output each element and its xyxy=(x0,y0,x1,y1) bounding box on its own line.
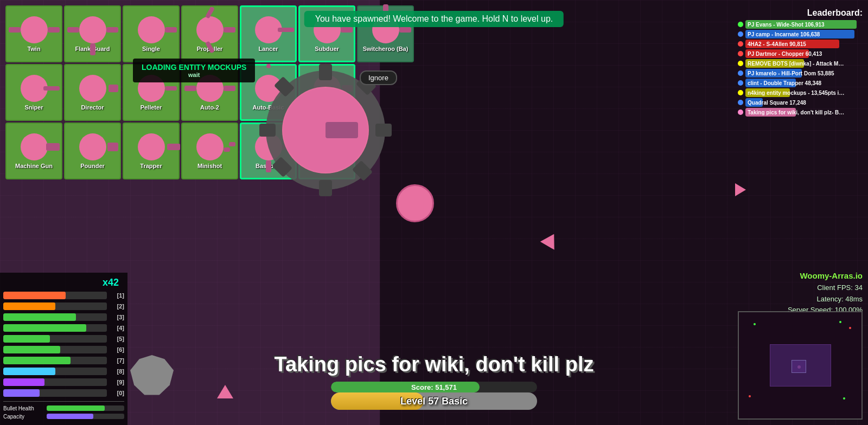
lb-bar-6: PJ kmarelo - Hill-Port Dom 53,885 xyxy=(745,69,863,78)
stat-key-4: [4] xyxy=(109,325,124,331)
arrow-right xyxy=(735,183,746,196)
stat-key-1: [1] xyxy=(109,292,124,299)
svg-rect-1 xyxy=(319,64,332,80)
stat-bar-shield-cap-bg: Shield Capacity xyxy=(3,389,107,397)
loading-text: LOADING ENTITY MOCKUPS xyxy=(142,63,246,72)
svg-rect-3 xyxy=(259,124,276,137)
lb-bar-1: PJ Evans - Wide-Shot 106,913 xyxy=(745,20,863,29)
svg-rect-4 xyxy=(375,124,392,137)
lb-entry-2: PJ camp - Incarnate 106,638 xyxy=(738,30,863,38)
minimap-inner xyxy=(739,312,861,418)
lb-text-1: PJ Evans - Wide-Shot 106,913 xyxy=(748,22,825,28)
stat-bar-shield-regen-bg: Shield Regeneration xyxy=(3,378,107,386)
stat-bar-bullet-damage-bg: Bullet Damage xyxy=(3,346,107,353)
minimap-dot-3 xyxy=(849,327,851,329)
lb-text-3: 4HA2 - S-4Allen 90,815 xyxy=(748,41,806,47)
score-bar-bg: Score: 51,571 xyxy=(331,382,537,392)
lb-text-5: REMOVE BOTS [diwnka] - Attack Mission 56… xyxy=(748,61,845,67)
upgrade-sniper[interactable]: Sniper xyxy=(5,64,62,121)
stat-key-2: [2] xyxy=(109,303,124,310)
score-bar-container: Score: 51,571 xyxy=(331,382,537,392)
perf-title: Woomy-Arras.io xyxy=(788,269,863,282)
float-ball xyxy=(396,184,434,222)
loading-overlay: LOADING ENTITY MOCKUPS wait xyxy=(133,59,255,82)
lb-bar-7: clint - Double Trapper 48,348 xyxy=(745,79,863,87)
upgrade-lancer-label: Lancer xyxy=(258,46,278,52)
stat-row-max-health: Max Health [2] xyxy=(3,301,124,311)
stat-row-bullet-health: Bullet Health [4] xyxy=(3,323,124,333)
stat-key-7: [7] xyxy=(109,357,124,364)
upgrade-trapper[interactable]: Trapper xyxy=(123,123,180,179)
upgrade-machine-gun[interactable]: Machine Gun xyxy=(5,123,62,179)
stat-row-shield-regen: Shield Regeneration [9] xyxy=(3,377,124,387)
lb-entry-1: PJ Evans - Wide-Shot 106,913 xyxy=(738,20,863,29)
bsb-bar-capacity-bg xyxy=(47,414,124,419)
upgrade-subduer-label: Subduer xyxy=(315,46,339,52)
center-message: Taking pics for wiki, don't kill plz xyxy=(275,353,594,376)
bsb-row-capacity: Capacity xyxy=(3,413,124,420)
minimap xyxy=(738,311,863,420)
stat-row-reload: Reload [7] xyxy=(3,356,124,365)
lb-dot-1 xyxy=(738,22,743,27)
upgrade-pounder-label: Pounder xyxy=(80,163,105,169)
upgrade-twin[interactable]: Twin xyxy=(5,5,62,62)
stat-bar-reload-fill xyxy=(3,357,71,364)
spawn-message: You have spawned! Welcome to the game. H… xyxy=(304,11,564,27)
upgrade-propeller[interactable]: Propeller xyxy=(181,5,238,62)
lb-bar-10: Taking pics for wiki, don't kill plz- Ba… xyxy=(745,108,863,117)
upgrade-sniper-label: Sniper xyxy=(24,104,43,111)
lb-text-6: PJ kmarelo - Hill-Port Dom 53,885 xyxy=(748,70,834,76)
lb-entry-10: Taking pics for wiki, don't kill plz- Ba… xyxy=(738,108,863,117)
lb-entry-8: n4king entity mockups - 13,545pts in 31,… xyxy=(738,88,863,97)
perf-latency: Latency: 48ms xyxy=(788,294,863,305)
stat-row-body-damage: Body Damage [1] xyxy=(3,291,124,300)
upgrade-machine-gun-label: Machine Gun xyxy=(15,163,53,169)
lb-entry-3: 4HA2 - S-4Allen 90,815 xyxy=(738,40,863,48)
upgrade-single[interactable]: Single xyxy=(123,5,180,62)
leaderboard: Leaderboard: PJ Evans - Wide-Shot 106,91… xyxy=(738,8,863,118)
upgrade-minishot-label: Minishot xyxy=(197,163,222,169)
stat-key-8: [8] xyxy=(109,368,124,375)
stat-bar-bullet-speed-fill xyxy=(3,313,76,321)
stat-bar-body-damage-bg: Body Damage xyxy=(3,292,107,299)
lb-text-4: PJ Dartmor - Chopper 60,413 xyxy=(748,51,822,57)
stat-key-9: [9] xyxy=(109,379,124,385)
upgrade-flank-guard[interactable]: Flank Guard xyxy=(64,5,121,62)
lb-bar-8: n4king entity mockups - 13,545pts in 31,… xyxy=(745,88,863,97)
stat-bar-move-speed-fill xyxy=(3,368,55,375)
loading-sub: wait xyxy=(142,72,246,78)
upgrade-director[interactable]: Director xyxy=(64,64,121,121)
upgrade-auto2-label: Auto-2 xyxy=(200,104,219,111)
stat-row-move-speed: Movement Speed [8] xyxy=(3,366,124,376)
upgrade-pounder[interactable]: Pounder xyxy=(64,123,121,179)
bsb-bar-capacity-fill xyxy=(47,414,93,419)
ignore-button[interactable]: Ignore xyxy=(360,70,397,85)
bottom-bars-section: Bullet Health Capacity xyxy=(3,401,124,420)
minimap-shape-1 xyxy=(792,360,806,373)
upgrade-pelleter-label: Pelleter xyxy=(141,104,162,111)
level-bar-bg: Level 57 Basic xyxy=(331,392,537,410)
bsb-bar-bullet-health-bg xyxy=(47,405,124,411)
stat-row-bullet-pen: Bullet Penetration [5] xyxy=(3,334,124,344)
lb-entry-5: REMOVE BOTS [diwnka] - Attack Mission 56… xyxy=(738,59,863,68)
stat-row-shield-cap: Shield Capacity [0] xyxy=(3,388,124,398)
upgrade-lancer[interactable]: Lancer xyxy=(240,5,297,62)
perf-fps-value: 34 xyxy=(855,284,863,292)
lb-text-2: PJ camp - Incarnate 106,638 xyxy=(748,31,820,37)
stat-bar-max-health-fill xyxy=(3,302,55,310)
stat-bar-shield-regen-fill xyxy=(3,378,44,386)
score-bar-fill xyxy=(331,382,480,392)
lb-dot-10 xyxy=(738,110,743,115)
pink-triangle-2 xyxy=(217,385,233,398)
perf-fps-label: Client FPS: xyxy=(817,284,853,292)
stat-key-3: [3] xyxy=(109,314,124,320)
minimap-dot-5 xyxy=(843,397,845,400)
lb-dot-2 xyxy=(738,31,743,37)
lb-dot-4 xyxy=(738,51,743,56)
stat-bar-bullet-pen-fill xyxy=(3,335,50,343)
lb-dot-3 xyxy=(738,41,743,47)
bsb-row-bullet-health: Bullet Health xyxy=(3,404,124,412)
upgrade-minishot[interactable]: Minishot xyxy=(181,123,238,179)
stats-panel: x42 Body Damage [1] Max Health [2] Bulle… xyxy=(0,273,127,425)
bsb-label-bullet-health: Bullet Health xyxy=(3,405,47,411)
